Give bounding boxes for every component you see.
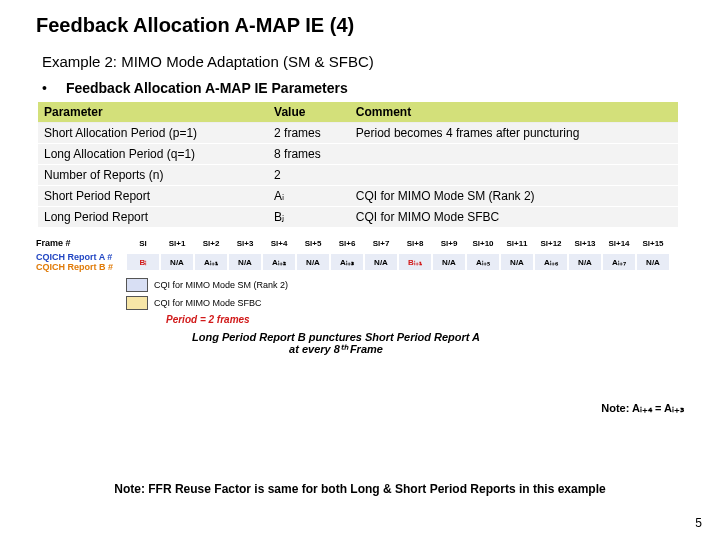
table-cell: Long Allocation Period (q=1) (38, 144, 268, 165)
frame-cell: Sl+7 (364, 239, 398, 248)
frame-cell: Sl+8 (398, 239, 432, 248)
legend-sfbc: CQI for MIMO Mode SFBC (154, 298, 262, 308)
puncture-note: Long Period Report B punctures Short Per… (186, 331, 486, 356)
frame-cell: Sl+6 (330, 239, 364, 248)
table-cell: CQI for MIMO Mode SFBC (350, 207, 678, 228)
params-heading-text: Feedback Allocation A-MAP IE Parameters (66, 80, 348, 96)
report-cell: Bᵢ₊₁ (398, 253, 432, 271)
report-row-label: CQICH Report A # CQICH Report B # (36, 252, 126, 272)
table-cell: Short Period Report (38, 186, 268, 207)
frame-cell: Sl+10 (466, 239, 500, 248)
frame-cell: Sl+5 (296, 239, 330, 248)
frame-cell: Sl+2 (194, 239, 228, 248)
report-cell: Bᵢ (126, 253, 160, 271)
table-cell: Short Allocation Period (p=1) (38, 123, 268, 144)
report-cell: Aᵢ₊₇ (602, 253, 636, 271)
legend: CQI for MIMO Mode SM (Rank 2) CQI for MI… (126, 278, 686, 310)
col-parameter: Parameter (38, 102, 268, 123)
report-cell: Aᵢ₊₂ (262, 253, 296, 271)
right-note: Note: Aᵢ₊₄ = Aᵢ₊₃ (601, 402, 684, 415)
table-cell: 2 (268, 165, 350, 186)
table-cell: 2 frames (268, 123, 350, 144)
period-annotation: Period = 2 frames (166, 314, 686, 325)
table-cell: CQI for MIMO Mode SM (Rank 2) (350, 186, 678, 207)
frame-row-label: Frame # (36, 238, 126, 248)
label-report-b: CQICH Report B # (36, 262, 113, 272)
report-cell: Aᵢ₊₅ (466, 253, 500, 271)
frame-cell: Sl+13 (568, 239, 602, 248)
table-cell: Period becomes 4 frames after puncturing (350, 123, 678, 144)
col-value: Value (268, 102, 350, 123)
report-cell: N/A (500, 253, 534, 271)
params-heading: • Feedback Allocation A-MAP IE Parameter… (0, 70, 720, 96)
table-cell: Long Period Report (38, 207, 268, 228)
report-cell: N/A (296, 253, 330, 271)
bottom-note: Note: FFR Reuse Factor is same for both … (0, 482, 720, 496)
frame-cell: Sl+15 (636, 239, 670, 248)
legend-sm: CQI for MIMO Mode SM (Rank 2) (154, 280, 288, 290)
frame-cell: Sl+3 (228, 239, 262, 248)
example-heading: Example 2: MIMO Mode Adaptation (SM & SF… (0, 37, 720, 70)
page-number: 5 (695, 516, 702, 530)
report-cell: N/A (568, 253, 602, 271)
table-cell: Aᵢ (268, 186, 350, 207)
table-cell: 8 frames (268, 144, 350, 165)
label-report-a: CQICH Report A # (36, 252, 112, 262)
report-cell: N/A (160, 253, 194, 271)
timing-diagram: Frame # SlSl+1Sl+2Sl+3Sl+4Sl+5Sl+6Sl+7Sl… (36, 238, 686, 356)
table-cell (350, 165, 678, 186)
frame-cell: Sl+1 (160, 239, 194, 248)
report-cell: N/A (364, 253, 398, 271)
report-cell: Aᵢ₊₆ (534, 253, 568, 271)
frame-cell: Sl+4 (262, 239, 296, 248)
report-cell: N/A (636, 253, 670, 271)
table-cell: Number of Reports (n) (38, 165, 268, 186)
page-title: Feedback Allocation A-MAP IE (4) (0, 0, 720, 37)
report-cell: N/A (228, 253, 262, 271)
swatch-sfbc (126, 296, 148, 310)
frame-cell: Sl+9 (432, 239, 466, 248)
frame-cell: Sl+12 (534, 239, 568, 248)
frame-cell: Sl+11 (500, 239, 534, 248)
bullet-dot: • (42, 80, 62, 96)
report-cell: Aᵢ₊₁ (194, 253, 228, 271)
col-comment: Comment (350, 102, 678, 123)
report-cell: Aᵢ₊₃ (330, 253, 364, 271)
table-cell: Bⱼ (268, 207, 350, 228)
swatch-sm (126, 278, 148, 292)
frame-cell: Sl (126, 239, 160, 248)
parameters-table: Parameter Value Comment Short Allocation… (38, 102, 678, 228)
table-cell (350, 144, 678, 165)
frame-cell: Sl+14 (602, 239, 636, 248)
report-cell: N/A (432, 253, 466, 271)
